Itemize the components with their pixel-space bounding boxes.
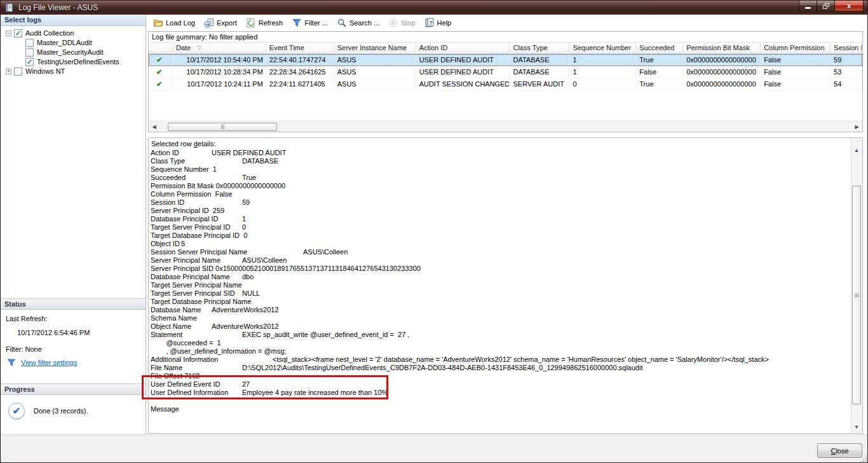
grid-cell: False (761, 54, 831, 66)
toolbar: Load LogExportRefreshFilter ...Search ..… (151, 16, 455, 30)
toolbar-refresh-button[interactable]: Refresh (243, 17, 287, 29)
grid-cell: 1 (569, 66, 636, 78)
column-header-column-permission[interactable]: Column Permission (761, 43, 831, 53)
checkbox[interactable]: ✓ (25, 39, 34, 47)
search-icon (337, 18, 347, 28)
close-button[interactable]: Close (817, 443, 862, 458)
column-header-event-time[interactable]: Event Time (266, 43, 334, 53)
tree-item-label: Master_DDLAudit (37, 39, 92, 46)
toolbar-button-label: Help (437, 19, 452, 27)
scroll-up-arrow-icon[interactable]: ▲ (851, 145, 862, 156)
column-header-class-type[interactable]: Class Type (510, 43, 569, 53)
details-line: Additional Information <tsql_stack><fram… (151, 356, 862, 364)
tree-item-audit-collection[interactable]: −✓Audit Collection (1, 29, 146, 38)
help-icon: ? (424, 18, 435, 28)
toolbar-help-button[interactable]: ?Help (422, 17, 456, 29)
sort-indicator-icon: ▽ (197, 45, 201, 51)
vertical-scroll-thumb[interactable] (852, 186, 861, 404)
tree-item-master-securityaudit[interactable]: ✓Master_SecurityAudit (1, 48, 146, 57)
checkbox[interactable]: ✓ (14, 29, 22, 38)
row-success-check-icon: ✔ (149, 54, 173, 66)
tree-item-label: Audit Collection (25, 29, 74, 37)
log-table-row[interactable]: ✔10/17/2012 10:54:40 PM22:54:40.1747274A… (149, 54, 862, 66)
grid-rows: ✔10/17/2012 10:54:40 PM22:54:40.1747274A… (149, 54, 862, 90)
toolbar-button-label: Refresh (259, 19, 283, 27)
log-file-viewer-window: Log File Viewer - ASUS x Select logs −✓A… (0, 0, 868, 463)
checkbox[interactable]: ✓ (25, 48, 34, 57)
horizontal-scroll-thumb[interactable] (168, 123, 277, 131)
grid-cell: True (636, 78, 683, 90)
grid-cell: False (761, 66, 831, 78)
toolbar-button-label: Search ... (349, 19, 379, 27)
row-success-check-icon: ✔ (149, 78, 173, 90)
tree-item-testinguserdefinedevents[interactable]: ✓TestingUserDefinedEvents (1, 57, 146, 66)
details-line: Server Principal ID 259 (151, 207, 862, 215)
toolbar-button-label: Load Log (166, 19, 195, 27)
column-header-permission-bit-mask[interactable]: Permission Bit Mask (683, 43, 761, 53)
details-line: Sequence Number 1 (151, 165, 862, 174)
scroll-grip (222, 125, 223, 129)
details-line: Target Server Principal ID 0 (151, 223, 862, 232)
grid-cell: 22:28:34.2641625 (266, 66, 334, 78)
column-header-date[interactable]: Date▽ (173, 43, 266, 53)
restore-icon (823, 3, 829, 9)
details-line: User Defined Information Employee 4 pay … (151, 389, 862, 397)
selected-row-details-panel: Selected row details: Action ID USER DEF… (148, 137, 863, 434)
vertical-scrollbar[interactable]: ▲ ▼ (851, 139, 862, 432)
expand-icon[interactable]: + (6, 69, 11, 74)
details-line: Schema Name (151, 314, 862, 322)
toolbar-filter-button[interactable]: Filter ... (289, 17, 332, 29)
toolbar-search-button[interactable]: Search ... (334, 17, 383, 29)
grid-cell: 0x0000000000000000 (683, 54, 761, 66)
scroll-right-arrow-icon[interactable]: ▶ (851, 121, 862, 132)
scroll-left-arrow-icon[interactable]: ◀ (149, 121, 159, 132)
last-refresh-value: 10/17/2012 6:54:46 PM (17, 329, 146, 336)
column-header-session-id[interactable]: Session ID (831, 43, 862, 53)
app-icon (4, 3, 13, 12)
grid-header-row: Date▽Event TimeServer Instance NameActio… (149, 43, 862, 54)
progress-text: Done (3 records). (34, 407, 88, 415)
select-logs-header: Select logs (1, 15, 146, 26)
details-line: Message (151, 405, 862, 413)
details-line: Server Principal Name ASUS\Colleen (151, 256, 862, 265)
grid-cell: 1 (569, 54, 636, 66)
close-window-button[interactable]: x (834, 1, 864, 11)
log-file-summary: Log file summary: No filter applied (149, 32, 862, 43)
checkbox[interactable]: ✓ (14, 67, 22, 76)
svg-text:?: ? (429, 20, 433, 26)
checkbox[interactable]: ✓ (25, 58, 34, 66)
details-line: Object Name AdventureWorks2012 (151, 322, 862, 331)
column-header-sequence-number[interactable]: Sequence Number (569, 43, 636, 53)
filter-icon (7, 358, 16, 367)
tree-item-windows-nt[interactable]: +✓Windows NT (1, 67, 146, 76)
horizontal-scrollbar[interactable]: ◀ ▶ (149, 121, 862, 132)
restore-button[interactable] (817, 1, 835, 11)
filter-icon (292, 18, 302, 28)
last-refresh-label: Last Refresh: (6, 315, 146, 322)
tree-item-master-ddlaudit[interactable]: ✓Master_DDLAudit (1, 38, 146, 47)
close-icon: x (847, 2, 851, 10)
header-check-column (149, 43, 173, 53)
details-line: Session Server Principal Name ASUS\Colle… (151, 248, 862, 256)
view-filter-settings-link[interactable]: View filter settings (21, 359, 77, 366)
column-header-action-id[interactable]: Action ID (416, 43, 510, 53)
details-line: Target Database Principal Name (151, 298, 862, 306)
log-table-row[interactable]: ✔10/17/2012 10:28:34 PM22:28:34.2641625A… (149, 66, 862, 78)
column-header-server-instance-name[interactable]: Server Instance Name (334, 43, 416, 53)
grid-cell: 59 (831, 54, 862, 66)
details-line: Database Principal ID 1 (151, 215, 862, 223)
minimize-icon (805, 7, 811, 9)
scroll-down-arrow-icon[interactable]: ▼ (851, 422, 862, 432)
toolbar-export-button[interactable]: Export (201, 17, 241, 29)
column-header-succeeded[interactable]: Succeeded (636, 43, 683, 53)
footer-bar: Close (1, 434, 868, 463)
grid-cell: USER DEFINED AUDIT (416, 66, 510, 78)
minimize-button[interactable] (799, 1, 817, 11)
progress-header: Progress (1, 384, 146, 395)
log-table-row[interactable]: ✔10/17/2012 10:24:11 PM22:24:11.6271405A… (149, 78, 862, 90)
grid-cell: 10/17/2012 10:54:40 PM (173, 54, 266, 66)
log-tree: −✓Audit Collection✓Master_DDLAudit✓Maste… (1, 26, 146, 76)
grid-cell: False (636, 66, 683, 78)
collapse-icon[interactable]: − (6, 31, 11, 36)
toolbar-load-log-button[interactable]: Load Log (151, 17, 199, 29)
